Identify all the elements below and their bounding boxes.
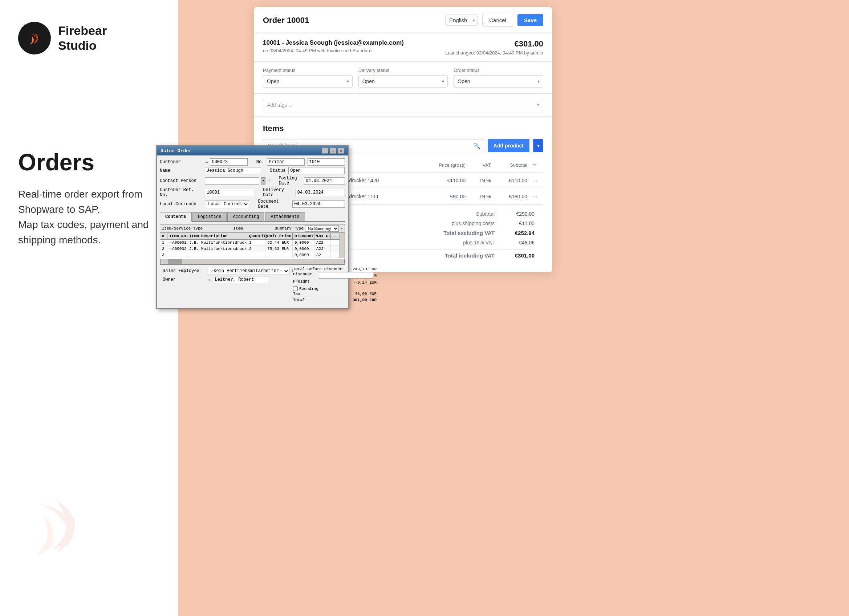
delivery-status-wrapper[interactable]: Open [358,75,448,88]
sap-row-discount-2: 0,0000 [293,252,314,258]
sap-customer-arrow-icon: ⇒ [205,159,208,165]
sap-currency-select[interactable]: Local Currency [205,200,249,208]
sap-summary-type-select[interactable]: No Summary [305,225,339,232]
sap-tax-value: 48,06 EUR [355,292,377,296]
order-status-select[interactable]: Open [454,75,543,88]
tags-placeholder: Add tags ... [267,102,293,108]
sap-horizontal-scrollbar[interactable] [160,259,345,264]
sap-contact-row: Contact Person ▾ ℹ Posting Date [160,176,345,186]
order-status-label: Order status [454,67,543,73]
excl-vat-label: Total excluding VAT [443,230,495,236]
sap-cols-bar: Item/Service Type Item Summary Type No S… [160,224,345,233]
order-info: 10001 - Jessica Scough (jessica@example.… [254,33,552,62]
sap-posting-date-input[interactable] [304,177,345,185]
sap-minimize-button[interactable]: _ [322,148,328,154]
sap-customer-input[interactable] [210,158,247,166]
sap-primär-input[interactable] [267,158,304,166]
page-description: Real-time order export from Shopware to … [18,187,160,248]
sap-row-item-no-2 [167,252,188,258]
sap-summary-type-label: Summary Type [275,226,304,231]
sap-close-button[interactable]: ✕ [338,148,344,154]
page-title: Orders [18,149,160,176]
sap-tab-contents[interactable]: Contents [160,212,192,222]
sap-total-label: Total [293,298,305,302]
sap-discount-input[interactable] [319,272,373,279]
sap-contact-label: Contact Person [160,178,203,183]
sap-rounding-checkbox[interactable] [293,286,298,291]
row-actions-0[interactable]: ··· [530,173,543,188]
sap-owner-input[interactable] [213,276,269,283]
payment-status-wrapper[interactable]: Open [263,75,353,88]
sap-col-tax: Tax C... [314,233,331,239]
sap-col-unit-price: Unit Price [265,233,293,239]
sap-status-input[interactable] [288,167,345,175]
sap-document-date-input[interactable] [292,200,345,208]
sap-discount-percent-sign: % [374,273,377,277]
language-select[interactable]: English [445,15,478,26]
sap-sales-employee-label: Sales Employee [163,268,206,273]
sap-row-tax-1: A22 [314,246,331,252]
sap-summary-type: Summary Type No Summary ↗ [275,225,343,232]
delivery-status-group: Delivery status Open [358,67,448,88]
sap-totals-section: Total Before Discount 243,70 EUR Discoun… [293,267,377,303]
incl-vat-value: €301.00 [502,252,535,259]
order-customer-info: 10001 - Jessica Scough (jessica@example.… [263,39,404,54]
cancel-button[interactable]: Cancel [482,14,513,27]
add-product-dropdown-button[interactable]: ▾ [533,139,543,152]
sap-no-value-input[interactable] [308,158,345,166]
sap-col-quantity: Quantity [247,233,265,239]
sap-row-desc-2 [188,252,247,258]
sap-row-discount-1: 0,0000 [293,246,314,252]
sap-tab-accounting[interactable]: Accounting [227,212,264,221]
sap-titlebar: Sales Order _ □ ✕ [157,146,348,155]
sap-row-num-0: 1 [160,240,167,246]
sap-total-before-discount-row: Total Before Discount 243,70 EUR [293,267,377,271]
sap-window-title: Sales Order [161,148,192,154]
payment-status-select[interactable]: Open [263,75,353,88]
payment-status-group: Payment status Open [263,67,353,88]
brand-name: FirebearStudio [58,23,107,53]
sap-row-price-0: 92,44 EUR [265,240,293,246]
sap-table-area: Item/Service Type Item Summary Type No S… [160,224,345,264]
row-actions-1[interactable]: ··· [530,188,543,204]
sap-currency-row: Local Currency Local Currency Document D… [160,199,345,209]
order-amount-info: €301.00 Last changed: 03/04/2024, 04:49 … [445,39,543,55]
order-total-amount: €301.00 [445,39,543,49]
sap-bottom-section: Sales Employee -Kein Vertriebsmitarbeite… [160,264,345,305]
sap-contact-dropdown[interactable]: ▾ [261,177,265,185]
sap-name-input[interactable] [205,167,261,175]
add-product-button[interactable]: Add product [488,139,529,152]
sap-tab-attachments[interactable]: Attachments [265,212,305,221]
sap-row-desc-1: J.B. Multifunktionsdrucker 1111 [188,246,247,252]
row-price-0: €110.00 [429,173,468,188]
items-title: Items [263,124,543,133]
sap-customer-ref-input[interactable] [205,189,254,196]
order-status-wrapper[interactable]: Open [454,75,543,88]
delivery-status-select[interactable]: Open [358,75,448,88]
sap-table-wrapper: # Item No. Item Description Quantity Uni… [160,233,345,258]
order-title: Order 10001 [263,16,309,25]
col-header-vat: VAT [468,158,494,173]
sap-delivery-date-input[interactable] [296,189,345,196]
save-button[interactable]: Save [517,14,543,26]
sap-sales-employee-row: Sales Employee -Kein Vertriebsmitarbeite… [163,267,293,275]
sap-vertical-scrollbar[interactable] [340,233,345,258]
sap-total-row: Total 301,00 EUR [293,297,377,302]
sap-tab-logistics[interactable]: Logistics [192,212,227,221]
shipping-value: €11.00 [502,221,535,226]
shopware-header: Order 10001 English Cancel Save [254,7,552,33]
sap-sales-employee-select[interactable]: -Kein Vertriebsmitarbeiter- [208,267,289,275]
sap-discount-row: Discount % [293,272,377,279]
tags-input[interactable]: Add tags ... ▾ [263,99,543,111]
delivery-status-label: Delivery status [358,67,448,73]
sap-discount-input-group: % [319,272,377,279]
sap-table-content: # Item No. Item Description Quantity Uni… [160,233,340,258]
sap-maximize-button[interactable]: □ [330,148,336,154]
sap-col-description: Item Description [188,233,247,239]
sap-contact-input[interactable] [205,177,259,185]
order-last-changed: Last changed: 03/04/2024, 04:49 PM by ad… [445,50,543,55]
sap-row-discount-0: 0,0000 [293,240,314,246]
payment-status-label: Payment status [263,67,353,73]
sap-summary-link-icon[interactable]: ↗ [340,226,343,231]
language-selector-wrapper[interactable]: English [445,15,478,26]
